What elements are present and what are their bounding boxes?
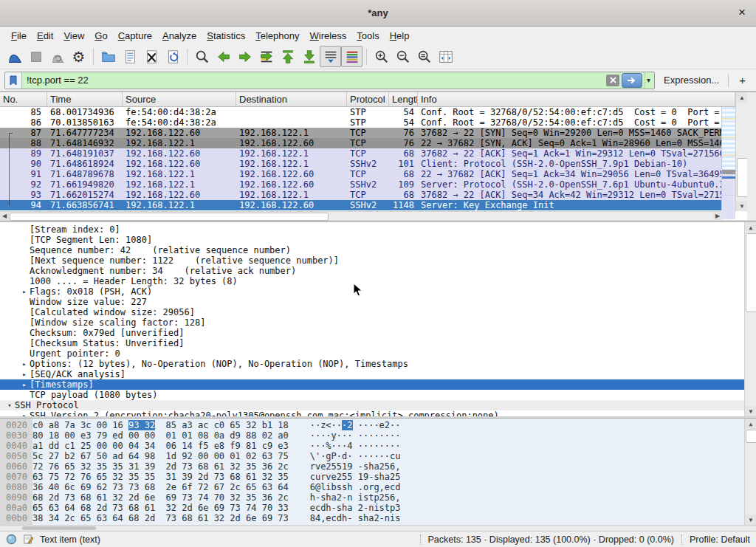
detail-line[interactable]: [Checksum Status: Unverified]	[0, 338, 756, 348]
hex-row[interactable]: 00505c 27 b2 67 50 ad 64 98 1d 92 00 00 …	[0, 451, 756, 461]
resize-columns-button[interactable]	[435, 46, 456, 67]
detail-line[interactable]: ▸SSH Version 2 (encryption:chacha20-poly…	[0, 410, 756, 416]
detail-line[interactable]: [Next sequence number: 1122 (relative se…	[0, 255, 756, 266]
detail-line[interactable]: [Window size scaling factor: 128]	[0, 317, 756, 328]
hex-row[interactable]: 0040a1 dd c1 25 00 00 04 34 06 14 f5 e8 …	[0, 441, 756, 451]
hex-row[interactable]: 00a065 63 64 68 2d 73 68 61 32 2d 6e 69 …	[0, 503, 756, 513]
hex-row[interactable]: 006072 76 65 32 35 35 31 39 2d 73 68 61 …	[0, 461, 756, 472]
column-header-no[interactable]: No.	[0, 92, 47, 106]
menu-item-statistics[interactable]: Statistics	[202, 28, 250, 44]
detail-line[interactable]: 1000 .... = Header Length: 32 bytes (8)	[0, 276, 756, 286]
expand-arrow-icon[interactable]: ▾	[4, 400, 15, 410]
colorize-button[interactable]	[341, 46, 362, 67]
filter-history-dropdown[interactable]: ▾	[645, 72, 654, 89]
scroll-down-arrow[interactable]: ▼	[736, 201, 748, 211]
menu-item-view[interactable]: View	[58, 28, 89, 44]
packet-row[interactable]: 8568.001734936fe:54:00:d4:38:2aSTP54Conf…	[0, 107, 722, 117]
hex-vscrollbar[interactable]: ▲ ▼	[744, 419, 756, 525]
expand-arrow-icon[interactable]: ▸	[19, 286, 30, 297]
packet-list-vscrollbar[interactable]: ▲ ▼	[735, 92, 747, 211]
filter-clear-button[interactable]	[606, 75, 619, 86]
hex-hscrollbar[interactable]	[0, 525, 756, 531]
expert-info-icon[interactable]	[6, 534, 17, 545]
packet-row[interactable]: 8871.648146932192.168.122.1192.168.122.6…	[0, 138, 722, 148]
expression-button[interactable]: Expression...	[659, 75, 724, 86]
menu-item-edit[interactable]: Edit	[32, 28, 58, 44]
display-filter-field[interactable]: ▾	[4, 72, 655, 89]
column-header-destination[interactable]: Destination	[236, 92, 347, 106]
column-header-length[interactable]: Length	[389, 92, 418, 106]
scroll-thumb[interactable]	[10, 213, 329, 221]
detail-line[interactable]: Checksum: 0x79ed [unverified]	[0, 328, 756, 338]
menu-item-wireless[interactable]: Wireless	[305, 28, 352, 44]
go-to-bottom-button[interactable]	[298, 46, 320, 67]
packet-row[interactable]: 8771.647777234192.168.122.60192.168.122.…	[0, 128, 722, 138]
menu-item-go[interactable]: Go	[89, 28, 112, 44]
menu-item-capture[interactable]: Capture	[113, 28, 157, 44]
auto-scroll-button[interactable]	[320, 46, 341, 67]
expand-arrow-icon[interactable]: ▸	[19, 410, 30, 416]
menu-item-analyze[interactable]: Analyze	[157, 28, 202, 44]
filter-bookmark-button[interactable]	[5, 72, 22, 89]
scroll-right-arrow[interactable]: ▶	[713, 212, 722, 220]
save-file-button[interactable]	[119, 46, 140, 67]
menu-item-help[interactable]: Help	[385, 28, 415, 44]
details-vscrollbar[interactable]: ▲ ▼	[744, 222, 756, 416]
hex-row[interactable]: 009068 2d 73 68 61 32 2d 6e 69 73 74 70 …	[0, 492, 756, 503]
detail-line[interactable]: Window size value: 227	[0, 297, 756, 307]
detail-line[interactable]: ▸Options: (12 bytes), No-Operation (NOP)…	[0, 359, 756, 369]
detail-line[interactable]: ▸Flags: 0x018 (PSH, ACK)	[0, 286, 756, 297]
filter-apply-button[interactable]	[622, 73, 642, 88]
menu-item-tools[interactable]: Tools	[351, 28, 384, 44]
packet-row[interactable]: 9371.662015274192.168.122.60192.168.122.…	[0, 190, 722, 200]
packet-row[interactable]: 9271.661949820192.168.122.1192.168.122.6…	[0, 179, 722, 190]
scroll-up-arrow[interactable]: ▲	[736, 92, 748, 103]
go-forward-button[interactable]	[234, 46, 255, 67]
zoom-out-button[interactable]	[392, 46, 413, 67]
scroll-down-arrow[interactable]: ▼	[745, 515, 756, 525]
restart-capture-button[interactable]	[47, 46, 68, 67]
packet-row[interactable]: 8971.648191037192.168.122.60192.168.122.…	[0, 148, 722, 159]
hex-row[interactable]: 008036 40 6c 69 62 73 73 68 2e 6f 72 67 …	[0, 482, 756, 492]
column-header-info[interactable]: Info	[418, 92, 735, 106]
close-file-button[interactable]	[140, 46, 162, 67]
menu-item-file[interactable]: File	[6, 28, 32, 44]
find-packet-button[interactable]	[191, 46, 213, 67]
detail-line[interactable]: [Stream index: 0]	[0, 224, 756, 235]
start-capture-button[interactable]	[4, 46, 25, 67]
hex-row[interactable]: 0020c0 a8 7a 3c 00 16 93 32 85 a3 ac c0 …	[0, 420, 756, 430]
scroll-up-arrow[interactable]: ▲	[745, 222, 756, 233]
hex-row[interactable]: 007063 75 72 76 65 32 35 35 31 39 2d 73 …	[0, 472, 756, 482]
reload-file-button[interactable]	[162, 46, 183, 67]
detail-line[interactable]: TCP payload (1080 bytes)	[0, 390, 756, 400]
zoom-in-button[interactable]	[371, 46, 392, 67]
packet-row[interactable]: 9071.648618924192.168.122.60192.168.122.…	[0, 159, 722, 169]
detail-line[interactable]: Sequence number: 42 (relative sequence n…	[0, 245, 756, 255]
scroll-up-arrow[interactable]: ▲	[745, 419, 756, 429]
detail-line[interactable]: ▸[Timestamps]	[0, 379, 756, 390]
display-filter-input[interactable]	[22, 75, 606, 86]
capture-options-button[interactable]: ⚙	[68, 46, 89, 67]
packet-row[interactable]: 9171.648789678192.168.122.1192.168.122.6…	[0, 169, 722, 179]
scroll-down-arrow[interactable]: ▼	[745, 406, 756, 416]
menu-item-telephony[interactable]: Telephony	[250, 28, 304, 44]
packet-list-minimap[interactable]	[721, 107, 735, 219]
scroll-thumb[interactable]	[746, 233, 756, 312]
detail-line[interactable]: Acknowledgment number: 34 (relative ack …	[0, 266, 756, 276]
detail-line[interactable]: [TCP Segment Len: 1080]	[0, 235, 756, 245]
add-filter-button[interactable]: +	[733, 74, 752, 86]
scroll-thumb[interactable]	[746, 430, 756, 443]
window-close-button[interactable]: ×	[734, 4, 750, 21]
detail-line[interactable]: ▸[SEQ/ACK analysis]	[0, 369, 756, 379]
go-to-top-button[interactable]	[277, 46, 298, 67]
packet-list-hscrollbar[interactable]: ◀ ▶	[0, 211, 722, 220]
hex-row[interactable]: 003080 18 00 e3 79 ed 00 00 01 01 08 0a …	[0, 430, 756, 441]
column-header-time[interactable]: Time	[47, 92, 123, 106]
profile-status[interactable]: Profile: Default	[690, 534, 750, 545]
detail-line[interactable]: ▾SSH Protocol	[0, 400, 756, 410]
hex-row[interactable]: 00b038 34 2c 65 63 64 68 2d 73 68 61 32 …	[0, 513, 756, 523]
packet-row[interactable]: 8670.013850163fe:54:00:d4:38:2aSTP54Conf…	[0, 117, 722, 128]
go-to-packet-button[interactable]	[255, 46, 277, 67]
scroll-left-arrow[interactable]: ◀	[0, 212, 9, 220]
capture-comment-icon[interactable]	[23, 534, 34, 545]
